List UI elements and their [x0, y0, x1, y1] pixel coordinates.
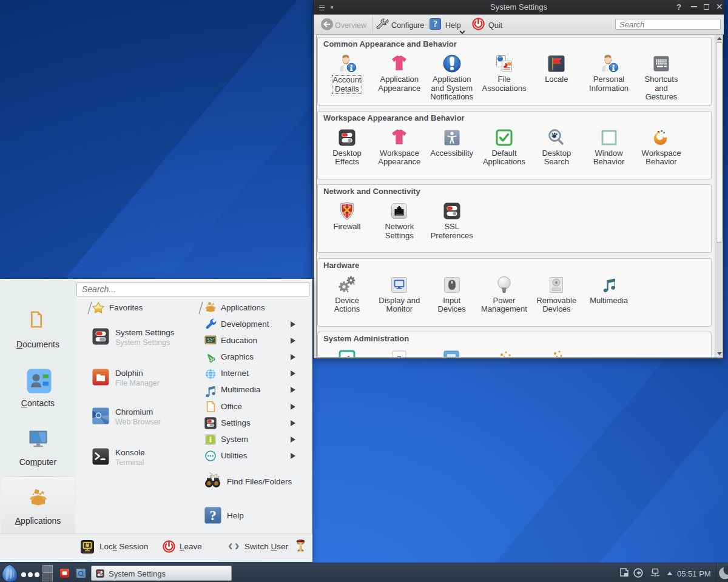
svg-text:a: a	[397, 351, 402, 358]
svg-text:3+2: 3+2	[207, 340, 212, 343]
svg-text:?: ?	[209, 508, 216, 523]
svg-text:?: ?	[433, 19, 437, 28]
